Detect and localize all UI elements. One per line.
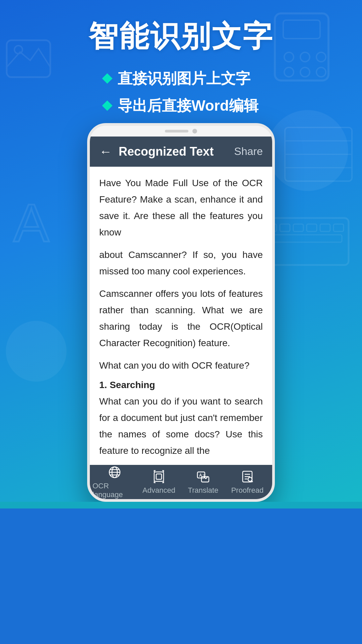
- svg-rect-8: [7, 40, 50, 77]
- svg-point-5: [284, 67, 294, 77]
- svg-point-2: [284, 52, 294, 62]
- speaker-dot: [192, 129, 197, 133]
- ocr-paragraph-5: What can you do if you want to search fo…: [99, 393, 263, 459]
- scan-icon: [152, 469, 166, 484]
- speaker-bar: [165, 130, 188, 132]
- svg-rect-0: [275, 13, 328, 80]
- svg-point-6: [300, 67, 310, 77]
- svg-point-9: [14, 46, 22, 54]
- translate-icon: A 文: [196, 469, 210, 484]
- svg-rect-28: [154, 472, 164, 481]
- svg-point-4: [316, 52, 326, 62]
- ocr-text-content: Have You Made Full Use of the OCR Featur…: [90, 167, 272, 459]
- app-header-title: Recognized Text: [119, 145, 234, 159]
- svg-point-38: [248, 477, 252, 481]
- bullet-diamond-1: [102, 73, 113, 84]
- app-tabbar: OCR language Advanced: [90, 465, 272, 499]
- svg-point-3: [300, 52, 310, 62]
- svg-rect-29: [156, 474, 162, 479]
- tab-ocr-language[interactable]: OCR language: [93, 465, 137, 499]
- app-header: ← Recognized Text Share: [90, 137, 272, 167]
- phone-mockup-wrapper: ← Recognized Text Share Have You Made Fu…: [0, 133, 362, 502]
- svg-rect-1: [283, 20, 320, 39]
- tab-ocr-language-label: OCR language: [93, 482, 137, 499]
- bullet-item-2: 导出后直接Word编辑: [104, 96, 258, 116]
- tab-translate-label: Translate: [188, 486, 219, 495]
- ocr-paragraph-3: Camscanner offers you lots of features r…: [99, 285, 263, 351]
- bullet-item-1: 直接识别图片上文字: [104, 69, 258, 89]
- bullet-diamond-2: [102, 101, 113, 111]
- globe-icon: [107, 465, 122, 480]
- share-button[interactable]: Share: [234, 145, 263, 158]
- phone-speaker: [90, 126, 272, 137]
- tab-proofread[interactable]: Proofread: [225, 469, 269, 495]
- ocr-paragraph-4: What can you do with OCR feature?: [99, 357, 263, 374]
- ocr-paragraph-2: about Camscanner? If so, you have missed…: [99, 247, 263, 279]
- back-button[interactable]: ←: [99, 145, 112, 158]
- ocr-section-number: 1. Searching: [99, 380, 263, 390]
- hero-title: 智能识别文字: [88, 20, 274, 53]
- hero-bullets: 直接识别图片上文字 导出后直接Word编辑: [104, 69, 258, 116]
- tab-proofread-label: Proofread: [231, 486, 264, 495]
- proofread-icon: [240, 469, 255, 484]
- ocr-paragraph-1: Have You Made Full Use of the OCR Featur…: [99, 175, 263, 240]
- hero-section: A 智能识别文字 直接识别图片上文字 导出后直接Word编辑: [0, 0, 362, 502]
- tab-translate[interactable]: A 文 Translate: [181, 469, 225, 495]
- tab-advanced-label: Advanced: [142, 486, 175, 495]
- phone-mockup: ← Recognized Text Share Have You Made Fu…: [87, 123, 275, 502]
- tab-advanced[interactable]: Advanced: [137, 469, 181, 495]
- svg-point-7: [316, 67, 326, 77]
